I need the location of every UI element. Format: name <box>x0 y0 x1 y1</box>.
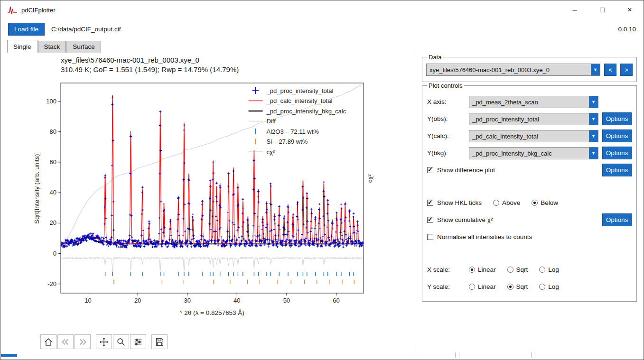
legend-marker <box>252 87 259 94</box>
y-obs-combobox[interactable]: _pd_proc_intensity_total ▼ <box>469 113 598 125</box>
legend-label: _pd_calc_intensity_total <box>266 97 333 104</box>
right-axis-title: cχ² <box>366 174 373 183</box>
y-bkg-combobox-value: _pd_proc_intensity_bkg_calc <box>469 148 589 159</box>
y-calc-combobox[interactable]: _pd_calc_intensity_total ▼ <box>469 130 598 142</box>
data-file-combobox[interactable]: xye_files\576460-mac-001_reb_0003.xye_0 … <box>426 64 600 76</box>
show-difference-label: Show difference plot <box>437 166 495 174</box>
y-tick-label: 20 <box>50 219 56 226</box>
show-cumchi-checkbox[interactable] <box>427 217 433 223</box>
x-scale-row: X scale: Linear Sqrt Log <box>427 263 632 276</box>
x-tick-label: 10 <box>84 297 91 304</box>
x-scale-linear-radio[interactable] <box>469 267 475 273</box>
x-scale-sqrt-radio[interactable] <box>507 267 513 273</box>
data-group: Data xye_files\576460-mac-001_reb_0003.x… <box>422 54 637 82</box>
y-tick-label: -20 <box>47 280 56 287</box>
back-icon[interactable] <box>57 334 74 349</box>
legend-label: _pd_proc_intensity_bkg_calc <box>266 108 346 115</box>
hkl-below-radio[interactable] <box>532 200 538 206</box>
y-scale-log-radio[interactable] <box>539 284 545 290</box>
file-toolbar: Load file C:/data/pdCIF_output.cif 0.0.1… <box>0 19 644 38</box>
show-difference-checkbox[interactable] <box>427 167 433 173</box>
chevron-down-icon[interactable]: ▼ <box>589 130 598 142</box>
chevron-down-icon[interactable]: ▼ <box>589 148 598 159</box>
forward-icon[interactable] <box>75 334 91 349</box>
y-scale-sqrt-label: Sqrt <box>516 283 528 290</box>
next-dataset-button[interactable]: > <box>620 64 633 76</box>
cumchi-options-button[interactable]: Options <box>602 213 632 226</box>
y-bkg-row: Y(bkg): _pd_proc_intensity_bkg_calc ▼ Op… <box>427 147 632 159</box>
plot-pane: xye_files\576460-mac-001_reb_0003.xye_0 … <box>0 53 416 351</box>
x-tick-label: 20 <box>134 297 141 304</box>
y-calc-combobox-value: _pd_calc_intensity_total <box>469 130 589 142</box>
y-scale-sqrt-radio[interactable] <box>507 284 513 290</box>
sash-handle-left[interactable] <box>1 354 17 357</box>
x-axis-combobox[interactable]: _pd_meas_2theta_scan ▼ <box>469 96 598 108</box>
pan-icon[interactable] <box>96 334 112 349</box>
figure: xye_files\576460-mac-001_reb_0003.xye_0 … <box>0 53 416 333</box>
y-bkg-combobox[interactable]: _pd_proc_intensity_bkg_calc ▼ <box>469 147 598 159</box>
bottom-sash-area <box>0 351 644 360</box>
x-tick-label: 50 <box>283 297 290 304</box>
tab-single[interactable]: Single <box>7 40 37 53</box>
title-bar: pdCIFplotter – □ × <box>0 0 644 19</box>
chevron-down-icon[interactable]: ▼ <box>589 113 598 125</box>
y-calc-row: Y(calc): _pd_calc_intensity_total ▼ Opti… <box>427 129 632 142</box>
hkl-ticks-si <box>114 280 354 284</box>
tab-stack[interactable]: Stack <box>38 41 66 53</box>
normalise-row: Normalise all intensities to counts <box>427 231 632 243</box>
save-icon[interactable] <box>151 334 168 349</box>
show-hkl-row: Show HKL ticks Above Below <box>427 196 632 209</box>
tab-surface[interactable]: Surface <box>66 41 101 53</box>
home-icon[interactable] <box>40 334 56 349</box>
close-button[interactable]: × <box>616 0 644 19</box>
y-scale-linear-label: Linear <box>478 283 496 290</box>
y-scale-label: Y scale: <box>427 283 465 290</box>
hkl-above-radio[interactable] <box>493 200 499 206</box>
maximize-button[interactable]: □ <box>588 0 616 19</box>
minimize-button[interactable]: – <box>561 0 588 19</box>
legend-label: Diff <box>267 118 276 125</box>
chevron-down-icon[interactable]: ▼ <box>591 64 600 75</box>
plot-title-line1: xye_files\576460-mac-001_reb_0003.xye_0 <box>61 55 416 65</box>
x-axis-row: X axis: _pd_meas_2theta_scan ▼ <box>427 95 632 108</box>
x-scale-log-radio[interactable] <box>539 267 545 273</box>
chevron-down-icon[interactable]: ▼ <box>589 96 598 108</box>
data-group-label: Data <box>427 54 443 61</box>
x-scale-linear-label: Linear <box>478 266 496 273</box>
y-bkg-options-button[interactable]: Options <box>602 147 632 159</box>
window-title: pdCIFplotter <box>21 7 56 14</box>
app-icon <box>7 5 18 15</box>
show-hkl-checkbox[interactable] <box>427 200 433 206</box>
diff-series <box>62 257 363 274</box>
y-tick-label: 100 <box>46 98 56 105</box>
zoom-icon[interactable] <box>113 334 129 349</box>
y-scale-row: Y scale: Linear Sqrt Log <box>427 280 632 293</box>
calc-series <box>62 95 363 244</box>
normalise-checkbox[interactable] <box>427 234 433 240</box>
y-tick-label: 0 <box>53 250 56 257</box>
legend-label: Si – 27.89 wt% <box>267 138 308 145</box>
plot-controls-group: Plot controls X axis: _pd_meas_2theta_sc… <box>422 82 637 302</box>
y-calc-options-button[interactable]: Options <box>602 129 632 142</box>
hkl-above-label: Above <box>502 199 520 206</box>
x-axis-combobox-value: _pd_meas_2theta_scan <box>469 96 589 108</box>
previous-dataset-button[interactable]: < <box>604 64 616 76</box>
configure-subplots-icon[interactable] <box>130 334 146 349</box>
window-controls: – □ × <box>561 0 644 19</box>
y-tick-label: 80 <box>50 128 56 135</box>
sash-grip-1[interactable] <box>455 352 459 358</box>
sash-grip-2[interactable] <box>531 352 535 358</box>
y-obs-row: Y(obs): _pd_proc_intensity_total ▼ Optio… <box>427 112 632 125</box>
legend-label: cχ² <box>267 148 275 156</box>
difference-options-button[interactable]: Options <box>602 164 632 176</box>
y-scale-linear-radio[interactable] <box>469 284 475 290</box>
version-label: 0.0.10 <box>618 26 636 33</box>
tab-bar: Single Stack Surface <box>0 38 644 53</box>
plot-canvas[interactable]: 102030405060-20020406080100° 2θ (λ = 0.8… <box>31 77 378 333</box>
y-obs-combobox-value: _pd_proc_intensity_total <box>469 113 589 125</box>
legend-label: _pd_proc_intensity_total <box>266 87 334 94</box>
hkl-ticks-al2o3 <box>105 272 354 276</box>
y-bkg-label: Y(bkg): <box>427 149 465 157</box>
load-file-button[interactable]: Load file <box>8 23 45 36</box>
y-obs-options-button[interactable]: Options <box>602 112 632 125</box>
